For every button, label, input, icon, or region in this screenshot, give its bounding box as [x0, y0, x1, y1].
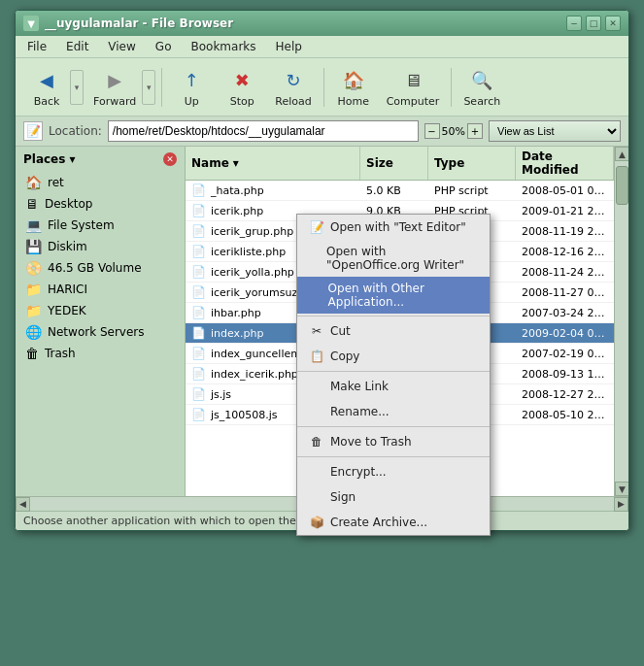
context-menu-item-open-other[interactable]: Open with Other Application...	[297, 277, 490, 314]
up-label: Up	[185, 95, 199, 108]
up-button[interactable]: ↑ Up	[168, 62, 215, 112]
col-type-label: Type	[434, 156, 464, 170]
window-title: __uygulamalar - File Browser	[45, 17, 233, 30]
col-size-label: Size	[366, 156, 393, 170]
sidebar-item-label: YEDEK	[48, 304, 86, 317]
minimize-button[interactable]: −	[566, 16, 582, 31]
sidebar-items: 🏠 ret🖥 Desktop💻 File System💾 Diskim📀 46.…	[19, 172, 181, 364]
reload-button[interactable]: ↻ Reload	[269, 62, 317, 112]
context-menu-item-sign[interactable]: Sign	[297, 484, 490, 510]
back-group: ◀ Back ▾	[23, 62, 84, 112]
file-date: 2007-03-24 22:28:44	[516, 306, 614, 320]
sidebar-icon: 🌐	[25, 324, 42, 340]
file-date: 2008-09-13 15:23:48	[516, 367, 614, 382]
sidebar-item-label: 46.5 GB Volume	[48, 261, 142, 275]
cm-label: Cut	[330, 324, 351, 338]
stop-label: Stop	[230, 95, 254, 108]
forward-button[interactable]: ▶ Forward	[87, 62, 142, 112]
sidebar-item-desktop[interactable]: 🖥 Desktop	[19, 193, 181, 215]
sidebar-item-label: ret	[48, 176, 64, 189]
stop-button[interactable]: ✖ Stop	[219, 62, 265, 112]
file-date: 2008-12-27 20:49:50	[516, 387, 614, 402]
context-menu-item-open-openoffice[interactable]: Open with "OpenOffice.org Writer"	[297, 240, 490, 277]
file-icon: 📄	[186, 264, 205, 280]
cm-icon: 📋	[309, 349, 324, 364]
cm-label: Rename...	[330, 405, 390, 418]
menu-item-view[interactable]: View	[104, 38, 139, 55]
file-row[interactable]: 📄 _hata.php 5.0 KB PHP script 2008-05-01…	[186, 181, 614, 201]
maximize-button[interactable]: □	[586, 16, 601, 31]
file-date: 2008-11-19 22:54:42	[516, 224, 614, 239]
search-icon: 🔍	[468, 66, 495, 93]
cm-label: Copy	[330, 350, 359, 363]
back-icon: ◀	[33, 66, 60, 93]
context-menu-item-create-archive[interactable]: 📦 Create Archive...	[297, 510, 490, 535]
search-button[interactable]: 🔍 Search	[458, 62, 506, 112]
cm-label: Open with Other Application...	[328, 282, 478, 309]
cm-icon: 📝	[309, 219, 324, 235]
file-size: 5.0 KB	[360, 183, 428, 198]
zoom-area: − 50% +	[424, 123, 483, 139]
computer-icon: 🖥	[399, 66, 426, 93]
scroll-up-button[interactable]: ▲	[615, 147, 629, 161]
sidebar-item-yedek[interactable]: 📁 YEDEK	[19, 300, 181, 321]
menu-item-bookmarks[interactable]: Bookmarks	[186, 38, 259, 55]
context-menu-item-rename[interactable]: Rename...	[297, 399, 490, 424]
forward-dropdown[interactable]: ▾	[142, 70, 155, 105]
scroll-down-button[interactable]: ▼	[615, 482, 629, 496]
sidebar-item-label: Trash	[45, 347, 76, 360]
location-input[interactable]	[108, 120, 419, 142]
home-label: Home	[337, 95, 368, 108]
forward-group: ▶ Forward ▾	[87, 62, 155, 112]
file-icon: 📄	[186, 244, 205, 259]
sidebar-icon: 📀	[25, 260, 42, 276]
sidebar-close-button[interactable]: ✕	[163, 152, 177, 166]
cm-icon	[309, 489, 324, 505]
context-menu-item-open-text-editor[interactable]: 📝 Open with "Text Editor"	[297, 215, 490, 240]
sidebar-item-file-system[interactable]: 💻 File System	[19, 215, 181, 236]
zoom-in-button[interactable]: +	[467, 123, 483, 139]
sidebar-item-ret[interactable]: 🏠 ret	[19, 172, 181, 193]
scroll-right-button[interactable]: ▶	[614, 497, 628, 512]
context-menu-item-copy[interactable]: 📋 Copy	[297, 344, 490, 369]
scroll-thumb[interactable]	[616, 166, 628, 205]
menu-item-file[interactable]: File	[23, 38, 51, 55]
menu-item-edit[interactable]: Edit	[62, 38, 92, 55]
sidebar-icon: 💻	[25, 217, 42, 233]
file-icon: 📄	[186, 366, 205, 382]
computer-button[interactable]: 🖥 Computer	[381, 62, 446, 112]
sidebar-item-network-servers[interactable]: 🌐 Network Servers	[19, 321, 181, 343]
sidebar-item-harici[interactable]: 📁 HARICI	[19, 279, 181, 300]
col-name-header[interactable]: Name ▾	[186, 147, 360, 180]
menubar: FileEditViewGoBookmarksHelp	[16, 36, 628, 58]
menu-item-go[interactable]: Go	[152, 38, 176, 55]
context-menu-item-cut[interactable]: ✂ Cut	[297, 318, 490, 344]
sidebar-item-diskim[interactable]: 💾 Diskim	[19, 236, 181, 257]
back-button[interactable]: ◀ Back	[23, 62, 70, 112]
home-button[interactable]: 🏠 Home	[330, 62, 377, 112]
location-label: Location:	[49, 124, 102, 138]
context-menu: 📝 Open with "Text Editor" Open with "Ope…	[296, 214, 491, 536]
context-menu-item-encrypt[interactable]: Encrypt...	[297, 459, 490, 484]
sidebar-icon: 🖥	[25, 196, 39, 212]
col-type-header[interactable]: Type	[428, 147, 516, 180]
close-button[interactable]: ✕	[605, 16, 621, 31]
cm-icon: 📦	[309, 515, 324, 530]
sidebar-item-trash[interactable]: 🗑 Trash	[19, 343, 181, 364]
menu-item-help[interactable]: Help	[272, 38, 306, 55]
zoom-out-button[interactable]: −	[424, 123, 440, 139]
vertical-scrollbar[interactable]: ▲ ▼	[614, 147, 628, 496]
sep4	[297, 456, 490, 457]
scroll-left-button[interactable]: ◀	[16, 497, 30, 512]
back-dropdown[interactable]: ▾	[70, 70, 84, 105]
view-select[interactable]: View as ListView as IconsView as Compact…	[489, 120, 621, 142]
context-menu-item-make-link[interactable]: Make Link	[297, 374, 490, 399]
reload-icon: ↻	[280, 66, 307, 93]
context-menu-item-move-to-trash[interactable]: 🗑 Move to Trash	[297, 429, 490, 454]
file-icon: 📄	[186, 183, 205, 198]
col-date-header[interactable]: Date Modified	[516, 147, 614, 180]
sidebar-header: Places ▾ ✕	[19, 150, 181, 168]
col-size-header[interactable]: Size	[360, 147, 428, 180]
sidebar-item-46.5-gb-volume[interactable]: 📀 46.5 GB Volume	[19, 257, 181, 279]
file-icon: 📄	[186, 325, 205, 341]
